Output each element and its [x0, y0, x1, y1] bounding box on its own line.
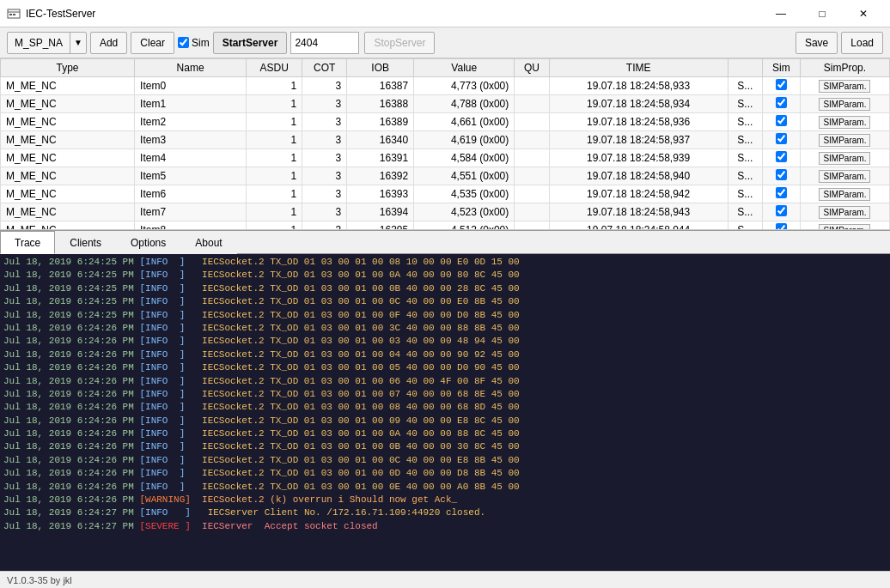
stop-server-button[interactable]: StopServer — [364, 32, 435, 54]
sim-row-checkbox[interactable] — [776, 169, 787, 180]
table-row[interactable]: M_ME_NCItem713163944,523 (0x00)19.07.18 … — [1, 203, 890, 221]
save-button[interactable]: Save — [796, 32, 838, 54]
log-line: Jul 18, 2019 6:24:25 PM [INFO ] IECSocke… — [3, 256, 887, 269]
table-row[interactable]: M_ME_NCItem013163874,773 (0x00)19.07.18 … — [1, 77, 890, 95]
table-cell: 19.07.18 18:24:58,940 — [549, 167, 728, 185]
type-dropdown[interactable]: M_SP_NA ▼ — [7, 32, 87, 54]
port-input[interactable] — [290, 32, 359, 54]
start-server-button[interactable]: StartServer — [213, 32, 288, 54]
table-cell — [515, 221, 549, 231]
sim-checkbox-label[interactable]: Sim — [178, 37, 210, 49]
sim-row-checkbox[interactable] — [776, 223, 787, 230]
sim-row-checkbox[interactable] — [776, 115, 787, 126]
table-cell: 19.07.18 18:24:58,942 — [549, 185, 728, 203]
table-cell: M_ME_NC — [1, 131, 135, 149]
table-row[interactable]: M_ME_NCItem813163954,512 (0x00)19.07.18 … — [1, 221, 890, 231]
load-button[interactable]: Load — [841, 32, 883, 54]
table-cell: 19.07.18 18:24:58,933 — [549, 77, 728, 95]
table-cell — [763, 167, 801, 185]
minimize-button[interactable]: — — [761, 0, 801, 27]
col-header-sim: Sim — [763, 59, 801, 77]
simprop-button[interactable]: SIMParam. — [819, 152, 870, 165]
log-line: Jul 18, 2019 6:24:26 PM [WARNING] IECSoc… — [3, 494, 887, 506]
add-button[interactable]: Add — [90, 32, 127, 54]
table-cell: SIMParam. — [800, 95, 889, 113]
svg-rect-3 — [13, 14, 15, 15]
table-row[interactable]: M_ME_NCItem513163924,551 (0x00)19.07.18 … — [1, 167, 890, 185]
simprop-button[interactable]: SIMParam. — [819, 98, 870, 111]
table-cell: S... — [728, 221, 762, 231]
table-cell: 4,773 (0x00) — [414, 77, 515, 95]
sim-row-checkbox[interactable] — [776, 205, 787, 216]
tab-trace[interactable]: Trace — [0, 231, 55, 254]
table-cell: 1 — [247, 149, 302, 167]
table-cell: 1 — [247, 221, 302, 231]
log-line: Jul 18, 2019 6:24:26 PM [INFO ] IECSocke… — [3, 375, 887, 388]
tab-options[interactable]: Options — [116, 231, 180, 254]
sim-row-checkbox[interactable] — [776, 151, 787, 162]
sim-row-checkbox[interactable] — [776, 97, 787, 108]
table-cell: 4,661 (0x00) — [414, 113, 515, 131]
main-content: M_SP_NA ▼ Add Clear Sim StartServer Stop… — [0, 27, 890, 588]
table-cell: 16388 — [347, 95, 414, 113]
log-panel[interactable]: Jul 18, 2019 6:24:25 PM [INFO ] IECSocke… — [0, 254, 890, 535]
table-cell — [763, 77, 801, 95]
table-cell: 16394 — [347, 203, 414, 221]
table-cell: 4,584 (0x00) — [414, 149, 515, 167]
sim-checkbox[interactable] — [178, 37, 189, 48]
table-row[interactable]: M_ME_NCItem313163404,619 (0x00)19.07.18 … — [1, 131, 890, 149]
log-line: Jul 18, 2019 6:24:26 PM [INFO ] IECSocke… — [3, 349, 887, 361]
tab-about[interactable]: About — [180, 231, 236, 254]
log-line: Jul 18, 2019 6:24:26 PM [INFO ] IECSocke… — [3, 454, 887, 467]
table-row[interactable]: M_ME_NCItem613163934,535 (0x00)19.07.18 … — [1, 185, 890, 203]
table-cell: 3 — [302, 95, 347, 113]
toolbar: M_SP_NA ▼ Add Clear Sim StartServer Stop… — [0, 27, 890, 58]
table-cell: S... — [728, 203, 762, 221]
clear-button[interactable]: Clear — [131, 32, 174, 54]
table-cell — [515, 95, 549, 113]
table-cell: 19.07.18 18:24:58,939 — [549, 149, 728, 167]
table-cell — [515, 167, 549, 185]
table-row[interactable]: M_ME_NCItem113163884,788 (0x00)19.07.18 … — [1, 95, 890, 113]
log-line: Jul 18, 2019 6:24:25 PM [INFO ] IECSocke… — [3, 309, 887, 322]
sim-row-checkbox[interactable] — [776, 133, 787, 144]
table-cell: 3 — [302, 77, 347, 95]
simprop-button[interactable]: SIMParam. — [819, 188, 870, 201]
sim-row-checkbox[interactable] — [776, 187, 787, 198]
simprop-button[interactable]: SIMParam. — [819, 116, 870, 129]
log-line: Jul 18, 2019 6:24:25 PM [INFO ] IECSocke… — [3, 295, 887, 308]
table-cell — [515, 149, 549, 167]
sim-row-checkbox[interactable] — [776, 79, 787, 90]
col-header-cot: COT — [302, 59, 347, 77]
table-row[interactable]: M_ME_NCItem413163914,584 (0x00)19.07.18 … — [1, 149, 890, 167]
table-row[interactable]: M_ME_NCItem213163894,661 (0x00)19.07.18 … — [1, 113, 890, 131]
table-cell: M_ME_NC — [1, 77, 135, 95]
table-cell — [515, 77, 549, 95]
table-cell: 3 — [302, 167, 347, 185]
simprop-button[interactable]: SIMParam. — [819, 80, 870, 93]
log-line: Jul 18, 2019 6:24:26 PM [INFO ] IECSocke… — [3, 481, 887, 494]
simprop-button[interactable]: SIMParam. — [819, 134, 870, 147]
col-header-type: Type — [1, 59, 135, 77]
table-cell: 16395 — [347, 221, 414, 231]
close-button[interactable]: ✕ — [844, 0, 883, 27]
simprop-button[interactable]: SIMParam. — [819, 224, 870, 231]
table-cell: S... — [728, 149, 762, 167]
table-cell: 1 — [247, 95, 302, 113]
col-header-asdu: ASDU — [247, 59, 302, 77]
table-cell: Item1 — [135, 95, 247, 113]
type-dropdown-label: M_SP_NA — [8, 37, 70, 49]
simprop-button[interactable]: SIMParam. — [819, 170, 870, 183]
simprop-button[interactable]: SIMParam. — [819, 206, 870, 219]
table-cell: SIMParam. — [800, 113, 889, 131]
log-line: Jul 18, 2019 6:24:25 PM [INFO ] IECSocke… — [3, 282, 887, 295]
maximize-button[interactable]: □ — [802, 0, 842, 27]
col-header-iob: IOB — [347, 59, 414, 77]
bottom-section: Trace Clients Options About Jul 18, 2019… — [0, 230, 890, 571]
table-cell — [763, 131, 801, 149]
tab-clients[interactable]: Clients — [55, 231, 116, 254]
table-cell: 1 — [247, 113, 302, 131]
table-cell: 16340 — [347, 131, 414, 149]
table-cell: SIMParam. — [800, 203, 889, 221]
col-header-s — [728, 59, 762, 77]
